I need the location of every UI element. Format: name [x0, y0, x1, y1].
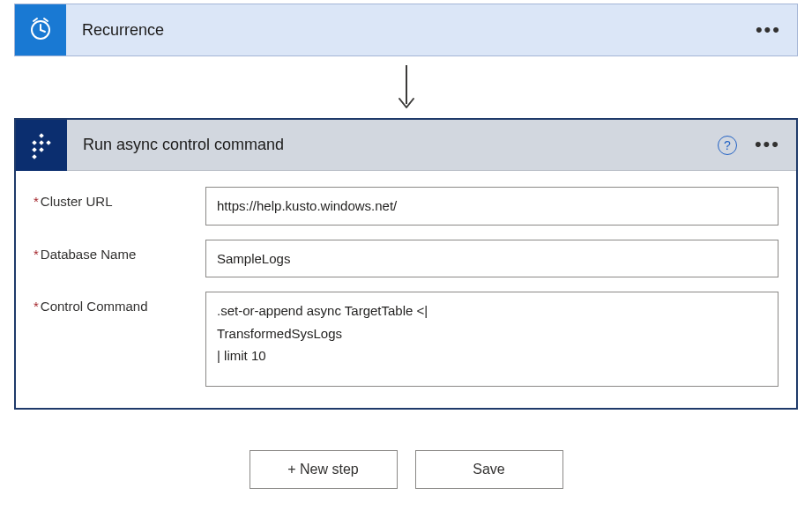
cluster-url-row: *Cluster URL: [34, 187, 778, 226]
svg-line-3: [34, 18, 37, 21]
more-icon[interactable]: •••: [755, 141, 780, 149]
kusto-header[interactable]: Run async control command ? •••: [16, 120, 796, 171]
database-name-row: *Database Name: [34, 240, 778, 278]
more-icon[interactable]: •••: [756, 26, 781, 34]
recurrence-step-card[interactable]: Recurrence •••: [14, 4, 798, 56]
cluster-url-label: *Cluster URL: [34, 187, 205, 226]
kusto-title: Run async control command: [67, 136, 718, 154]
help-icon[interactable]: ?: [718, 136, 737, 155]
svg-rect-6: [39, 133, 44, 138]
svg-line-4: [44, 18, 48, 21]
svg-rect-8: [39, 147, 44, 152]
svg-line-2: [41, 30, 45, 32]
flow-arrow: [14, 56, 798, 118]
run-async-command-step-card: Run async control command ? ••• *Cluster…: [14, 118, 798, 410]
control-command-input[interactable]: [205, 292, 778, 387]
svg-rect-7: [39, 140, 44, 145]
recurrence-title: Recurrence: [66, 21, 756, 40]
kusto-icon: [16, 120, 67, 171]
new-step-button[interactable]: + New step: [250, 450, 398, 489]
recurrence-header: Recurrence •••: [15, 4, 797, 55]
kusto-body: *Cluster URL *Database Name *Control Com…: [16, 171, 796, 408]
control-command-row: *Control Command: [34, 292, 778, 387]
svg-rect-9: [32, 140, 37, 145]
clock-icon: [15, 4, 66, 55]
database-name-input[interactable]: [205, 240, 778, 278]
svg-rect-10: [32, 147, 37, 152]
footer-buttons: + New step Save: [14, 450, 798, 489]
cluster-url-input[interactable]: [205, 187, 778, 226]
svg-rect-11: [32, 154, 37, 159]
database-name-label: *Database Name: [34, 240, 205, 278]
control-command-label: *Control Command: [34, 292, 205, 387]
svg-rect-12: [46, 140, 51, 145]
save-button[interactable]: Save: [415, 450, 563, 489]
